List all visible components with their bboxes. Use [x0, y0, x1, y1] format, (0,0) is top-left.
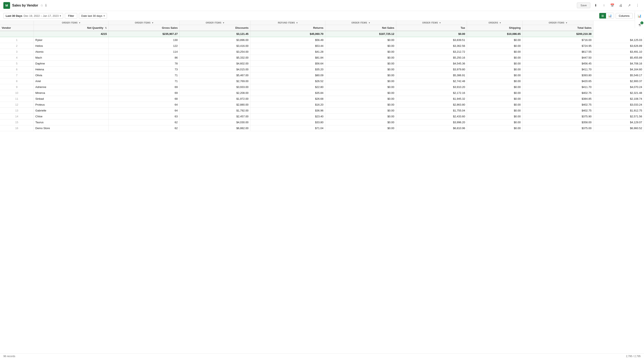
row-number: 16	[0, 125, 34, 131]
cell-vendor: Ryker	[34, 37, 109, 43]
row-number: 8	[0, 78, 34, 84]
cell-net-quantity: 73	[109, 67, 180, 73]
total-returns: $45,060.70	[250, 31, 325, 37]
table-row: 4Mach86$5,332.00$81.84$0.00$5,250.16$0.0…	[0, 55, 644, 61]
cell-net-sales: $1,945.32	[396, 96, 467, 102]
row-number: 15	[0, 119, 34, 125]
calendar-icon[interactable]: 📅	[609, 2, 616, 9]
cell-shipping: $411.70	[522, 67, 593, 73]
cell-vendor: Demo Store	[34, 125, 109, 131]
cell-returns: $0.00	[325, 73, 396, 78]
cell-net-quantity: 71	[109, 78, 180, 84]
print-icon[interactable]: 🖨	[618, 2, 624, 9]
category-order-items-8[interactable]: ORDER ITEMS ▾	[522, 21, 593, 25]
columns-button[interactable]: Columns	[616, 13, 633, 19]
cell-shipping: $384.85	[522, 96, 593, 102]
col-net-quantity[interactable]: Net Quantity ⇅	[34, 25, 109, 31]
cell-gross-sales: $5,467.00	[179, 73, 250, 78]
cell-net-quantity: 64	[109, 108, 180, 114]
toolbar-left: Last 30 Days Dec 19, 2022 – Jan 17, 2023…	[3, 13, 107, 19]
date-range-button[interactable]: Last 30 Days Dec 19, 2022 – Jan 17, 2023…	[3, 13, 63, 19]
table-row: 5Daphne78$4,602.00$56.64$0.00$4,545.36$0…	[0, 61, 644, 67]
date-filter-label: Date last 30 days	[81, 14, 102, 18]
table-row: 8Ariel71$2,769.00$26.52$0.00$2,742.48$0.…	[0, 78, 644, 84]
total-shipping: $10,086.65	[467, 31, 522, 37]
row-number: 3	[0, 49, 34, 55]
col-gross-sales[interactable]: Gross Sales	[109, 25, 180, 31]
column-header-row: Vendor Net Quantity ⇅ Gross Sales Discou…	[0, 25, 644, 31]
cell-tax: $0.00	[467, 43, 522, 49]
download-icon[interactable]: ⬇	[592, 2, 599, 9]
cell-tax: $0.00	[467, 78, 522, 84]
category-refund-items[interactable]: REFUND ITEMS ▾	[250, 21, 325, 25]
share-icon[interactable]: ↑	[601, 2, 607, 9]
category-order-items-3[interactable]: ORDER ITEMS ▾	[179, 21, 250, 25]
category-orders[interactable]: ORDERS ▾	[467, 21, 522, 25]
cell-discounts: $22.80	[250, 84, 325, 90]
cell-discounts: $80.09	[250, 73, 325, 78]
date-filter-button[interactable]: Date last 30 days ▾	[79, 13, 107, 19]
col-tax[interactable]: Tax	[396, 25, 467, 31]
cell-returns: $0.00	[325, 43, 396, 49]
col-net-sales[interactable]: Net Sales	[325, 25, 396, 31]
cell-returns: $0.00	[325, 49, 396, 55]
toolbar-right: ⊞ 📊 Columns ⚙	[599, 13, 641, 19]
table-view-button[interactable]: ⊞	[599, 13, 606, 19]
filter-button[interactable]: Filter	[65, 13, 77, 19]
cell-total-sales: $2,321.48	[593, 90, 644, 96]
external-link-icon[interactable]: ↗	[626, 2, 632, 9]
top-bar-left: M Sales by Vendor ☆ ℹ	[3, 2, 46, 9]
cell-gross-sales: $5,332.00	[179, 55, 250, 61]
cell-gross-sales: $2,457.00	[179, 114, 250, 119]
cell-net-sales: $3,362.56	[396, 43, 467, 49]
cell-tax: $0.00	[467, 102, 522, 108]
chart-view-button[interactable]: 📊	[606, 13, 614, 19]
cell-net-quantity: 71	[109, 73, 180, 78]
category-order-items-1[interactable]: ORDER ITEMS ▾	[34, 21, 109, 25]
category-caret-icon-3: ▾	[223, 22, 224, 24]
category-order-items-5[interactable]: ORDER ITEMS ▾	[325, 21, 396, 25]
category-header-row: ORDER ITEMS ▾ ORDER ITEMS ▾ ORDER ITEMS …	[0, 21, 644, 25]
cell-net-sales: $2,863.80	[396, 102, 467, 108]
cell-gross-sales: $4,015.00	[179, 67, 250, 73]
table-row: 6Helena73$4,015.00$35.20$0.00$3,979.80$0…	[0, 67, 644, 73]
star-icon[interactable]: ☆	[40, 3, 43, 7]
col-vendor[interactable]: Vendor	[0, 25, 34, 31]
cell-tax: $0.00	[467, 55, 522, 61]
category-order-items-6[interactable]: ORDER ITEMS ▾	[396, 21, 467, 25]
category-caret-icon-2: ▾	[152, 22, 153, 24]
cell-shipping: $447.50	[522, 55, 593, 61]
cell-vendor: Chloe	[34, 114, 109, 119]
cell-returns: $0.00	[325, 102, 396, 108]
cell-shipping: $402.75	[522, 102, 593, 108]
cell-gross-sales: $1,972.00	[179, 96, 250, 102]
row-number: 11	[0, 96, 34, 102]
more-options-icon[interactable]: ⋮	[634, 2, 641, 9]
row-number: 5	[0, 61, 34, 67]
row-number: 12	[0, 102, 34, 108]
cell-returns: $0.00	[325, 119, 396, 125]
cell-total-sales: $4,164.60	[593, 67, 644, 73]
cell-net-quantity: 63	[109, 114, 180, 119]
col-shipping[interactable]: Shipping	[467, 25, 522, 31]
cell-net-quantity: 69	[109, 84, 180, 90]
cell-discounts: $35.20	[250, 67, 325, 73]
cell-gross-sales: $3,416.00	[179, 43, 250, 49]
category-caret-icon-5: ▾	[369, 22, 370, 24]
save-button[interactable]: Save	[577, 3, 590, 8]
cell-net-sales: $3,839.51	[396, 37, 467, 43]
col-returns[interactable]: Returns	[250, 25, 325, 31]
col-discounts[interactable]: Discounts	[179, 25, 250, 31]
row-number: 1	[0, 37, 34, 43]
info-icon[interactable]: ℹ	[45, 3, 46, 7]
cell-discounts: $56.64	[250, 61, 325, 67]
category-order-items-2[interactable]: ORDER ITEMS ▾	[109, 21, 180, 25]
date-range-label: Last 30 Days	[6, 14, 22, 18]
cell-vendor: Proteus	[34, 102, 109, 108]
col-total-sales[interactable]: Total Sales	[522, 25, 593, 31]
table-row: 9Adrienne69$3,933.00$22.80$0.00$3,910.20…	[0, 84, 644, 90]
cell-net-quantity: 68	[109, 96, 180, 102]
right-panel-filter-icon[interactable]: ⚗ 1	[637, 22, 642, 28]
row-number: 2	[0, 43, 34, 49]
right-panel-chart-icon[interactable]: 📊	[637, 13, 642, 19]
